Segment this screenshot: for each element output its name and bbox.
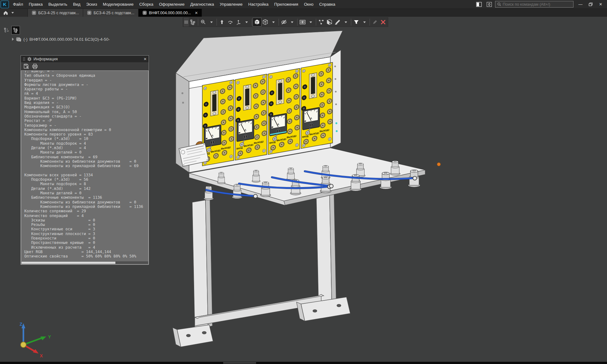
expand-arrow-icon[interactable] (12, 38, 14, 41)
window-controls: — ✕ (575, 1, 606, 8)
origin-sphere (21, 342, 26, 348)
tab-close-icon[interactable]: ✕ (195, 11, 198, 15)
menu-edit[interactable]: Правка (26, 0, 46, 9)
menu-management[interactable]: Управление (217, 0, 245, 9)
panel-title: Информация (34, 57, 58, 61)
tab-bsz-4-25-2[interactable]: БСЗ-4-25 с подставк... (83, 9, 138, 17)
wireframe-cube-icon[interactable] (261, 18, 269, 26)
module-3[interactable] (268, 68, 300, 155)
menu-assembly[interactable]: Сборка (136, 0, 156, 9)
assembly-tree-root[interactable]: (-) ВНФТ.004.000.000.000-74.01 БСЗ(О)-4-… (12, 37, 110, 42)
save-icon[interactable] (23, 64, 29, 69)
pencil-icon (371, 18, 379, 26)
menu-modeling[interactable]: Моделирование (100, 0, 136, 9)
layout-panels-icon[interactable] (475, 1, 483, 8)
search-icon (497, 2, 501, 6)
y-axis-label: Y (48, 334, 51, 339)
design-tree-icon[interactable] (189, 18, 197, 26)
document-icon (87, 10, 92, 15)
zoom-command-icon[interactable] (199, 18, 207, 26)
z-axis-label: Z (20, 322, 22, 327)
search-input[interactable] (503, 2, 571, 7)
structure-tree-icon[interactable] (12, 26, 20, 34)
tab-bsz-4-25-1[interactable]: БСЗ-4-25 с подставк... (28, 9, 83, 17)
tab-label: ВНФТ.004.000.000.00... (149, 11, 191, 15)
rotate-icon[interactable] (226, 18, 234, 26)
restore-button[interactable] (586, 1, 596, 8)
component-state: (-) (23, 37, 28, 42)
menu-window[interactable]: Окно (301, 0, 316, 9)
abort-red-x-icon[interactable] (379, 18, 387, 26)
show-eye-icon[interactable] (298, 18, 307, 26)
svg-text:12: 12 (7, 30, 9, 32)
zoom-caret[interactable] (207, 18, 216, 26)
module-2[interactable] (235, 74, 267, 160)
status-bar (0, 362, 607, 364)
axes-icon[interactable] (234, 18, 242, 26)
home-tab[interactable] (0, 9, 28, 17)
assembly-icon (16, 37, 21, 42)
section-icon[interactable] (325, 18, 334, 26)
print-icon[interactable] (32, 64, 38, 69)
home-caret-icon (11, 12, 14, 14)
information-text: Т. контр. = - Тип объекта = Сборочная ед… (24, 70, 148, 261)
document-tab-bar: БСЗ-4-25 с подставк... БСЗ-4-25 с подста… (0, 9, 607, 17)
menu-diagnostics[interactable]: Диагностика (187, 0, 217, 9)
view-toolbar (183, 17, 388, 27)
tab-label: БСЗ-4-25 с подставк... (94, 11, 134, 15)
x-axis-label: X (40, 353, 43, 358)
filter-caret[interactable] (360, 18, 369, 26)
gear-icon (27, 57, 32, 61)
kompas-logo-icon: K (1, 1, 9, 8)
hide-eye-slash-icon[interactable] (280, 18, 288, 26)
grip-handle[interactable] (184, 18, 189, 27)
horizontal-scrollbar[interactable] (21, 261, 149, 264)
menu-view[interactable]: Вид (70, 0, 83, 9)
menu-help[interactable]: Справка (316, 0, 338, 9)
tab-vnft-active[interactable]: ВНФТ.004.000.000.00... ✕ (138, 9, 202, 17)
appearance-brush-icon[interactable] (334, 18, 342, 26)
module-4[interactable] (301, 62, 333, 149)
scrollbar-thumb[interactable] (21, 262, 115, 264)
menubar-right: — ✕ (475, 1, 607, 8)
component-name: ВНФТ.004.000.000.000-74.01 БСЗ(О)-4-50- (29, 37, 110, 42)
axes-caret[interactable] (242, 18, 251, 26)
close-button[interactable]: ✕ (596, 1, 606, 8)
structure-list-icon[interactable]: 112 (3, 26, 10, 34)
tab-label: БСЗ-4-25 с подставк... (38, 11, 79, 15)
menu-file[interactable]: Файл (10, 0, 26, 9)
menu-drawing[interactable]: Оформление (156, 0, 187, 9)
filter-icon[interactable] (352, 18, 360, 26)
panel-grip-icon[interactable] (23, 57, 25, 61)
information-panel[interactable]: Информация ✕ Т. контр. = - Тип объекта =… (21, 55, 149, 265)
appearance-caret[interactable] (342, 18, 350, 26)
panel-close-icon[interactable]: ✕ (144, 57, 147, 61)
menu-applications[interactable]: Приложения (271, 0, 301, 9)
home-icon (3, 10, 8, 15)
information-toolbar (21, 62, 149, 70)
hide-caret[interactable] (288, 18, 296, 26)
orange-fastener (437, 163, 441, 166)
information-panel-header[interactable]: Информация ✕ (21, 56, 149, 62)
status-bar-notch (223, 362, 256, 364)
menu-settings[interactable]: Настройка (245, 0, 271, 9)
menu-bar: K Файл Правка Выделить Вид Эскиз Моделир… (0, 0, 607, 9)
shaded-cube-icon[interactable] (253, 18, 261, 26)
information-text-area[interactable]: Т. контр. = - Тип объекта = Сборочная ед… (21, 70, 149, 261)
menu-sketch[interactable]: Эскиз (83, 0, 100, 9)
document-icon (32, 10, 36, 15)
menu-select[interactable]: Выделить (46, 0, 70, 9)
coordinate-triad: Z Y X (13, 320, 61, 361)
tree-view-toggles: 112 (3, 26, 20, 34)
document-icon (142, 10, 147, 15)
model-viewport[interactable]: 112 (-) ВНФТ.004.000.000.000-74.01 БСЗ(О… (0, 17, 607, 362)
vertices-icon[interactable] (317, 18, 325, 26)
show-caret[interactable] (307, 18, 315, 26)
orient-up-icon[interactable] (218, 18, 226, 26)
command-search[interactable] (495, 1, 573, 8)
interface-settings-icon[interactable] (485, 1, 493, 8)
display-mode-caret[interactable] (269, 18, 278, 26)
stand-frame[interactable] (173, 185, 350, 347)
minimize-button[interactable]: — (575, 1, 586, 8)
